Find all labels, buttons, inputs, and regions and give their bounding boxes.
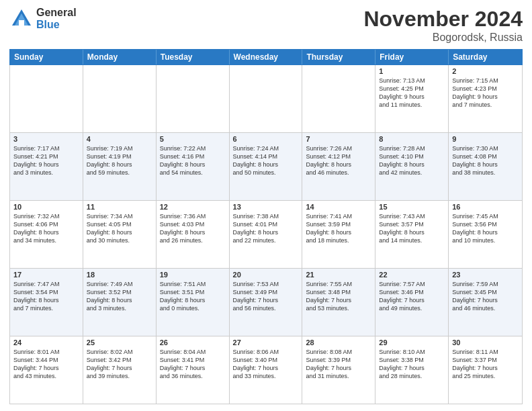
day-cell-4: 4Sunrise: 7:19 AM Sunset: 4:19 PM Daylig… xyxy=(83,133,157,200)
day-cell-20: 20Sunrise: 7:53 AM Sunset: 3:49 PM Dayli… xyxy=(230,269,303,336)
day-cell-6: 6Sunrise: 7:24 AM Sunset: 4:14 PM Daylig… xyxy=(230,133,303,200)
day-number-21: 21 xyxy=(306,271,371,279)
day-number-18: 18 xyxy=(87,271,152,279)
day-info-8: Sunrise: 7:28 AM Sunset: 4:10 PM Dayligh… xyxy=(379,144,445,177)
logo-icon xyxy=(9,7,34,31)
calendar-header: SundayMondayTuesdayWednesdayThursdayFrid… xyxy=(9,49,523,65)
day-number-30: 30 xyxy=(452,338,519,347)
day-cell-29: 29Sunrise: 8:10 AM Sunset: 3:38 PM Dayli… xyxy=(375,336,449,404)
calendar-row-0: 1Sunrise: 7:13 AM Sunset: 4:25 PM Daylig… xyxy=(10,65,522,133)
day-number-29: 29 xyxy=(379,338,445,347)
day-number-16: 16 xyxy=(452,203,519,211)
day-info-22: Sunrise: 7:57 AM Sunset: 3:46 PM Dayligh… xyxy=(379,280,445,313)
day-info-3: Sunrise: 7:17 AM Sunset: 4:21 PM Dayligh… xyxy=(13,144,79,177)
day-number-22: 22 xyxy=(379,271,445,279)
day-info-11: Sunrise: 7:34 AM Sunset: 4:05 PM Dayligh… xyxy=(87,212,152,245)
weekday-header-tuesday: Tuesday xyxy=(157,50,230,64)
calendar-body: 1Sunrise: 7:13 AM Sunset: 4:25 PM Daylig… xyxy=(9,65,523,404)
day-info-21: Sunrise: 7:55 AM Sunset: 3:48 PM Dayligh… xyxy=(306,280,371,313)
day-info-24: Sunrise: 8:01 AM Sunset: 3:44 PM Dayligh… xyxy=(13,348,79,381)
day-info-15: Sunrise: 7:43 AM Sunset: 3:57 PM Dayligh… xyxy=(379,212,445,245)
day-cell-30: 30Sunrise: 8:11 AM Sunset: 3:37 PM Dayli… xyxy=(449,336,522,404)
day-info-30: Sunrise: 8:11 AM Sunset: 3:37 PM Dayligh… xyxy=(452,348,519,381)
day-cell-22: 22Sunrise: 7:57 AM Sunset: 3:46 PM Dayli… xyxy=(375,269,449,336)
weekday-header-saturday: Saturday xyxy=(449,50,522,64)
day-cell-12: 12Sunrise: 7:36 AM Sunset: 4:03 PM Dayli… xyxy=(157,201,230,268)
day-cell-5: 5Sunrise: 7:22 AM Sunset: 4:16 PM Daylig… xyxy=(157,133,230,200)
day-cell-1: 1Sunrise: 7:13 AM Sunset: 4:25 PM Daylig… xyxy=(375,65,449,132)
day-number-20: 20 xyxy=(233,271,299,279)
day-cell-8: 8Sunrise: 7:28 AM Sunset: 4:10 PM Daylig… xyxy=(375,133,449,200)
title-month: November 2024 xyxy=(363,7,523,32)
day-info-6: Sunrise: 7:24 AM Sunset: 4:14 PM Dayligh… xyxy=(233,144,299,177)
calendar: SundayMondayTuesdayWednesdayThursdayFrid… xyxy=(9,49,523,404)
day-cell-10: 10Sunrise: 7:32 AM Sunset: 4:06 PM Dayli… xyxy=(10,201,83,268)
day-number-10: 10 xyxy=(13,203,79,211)
weekday-header-friday: Friday xyxy=(375,50,449,64)
logo-general-text: General xyxy=(36,7,77,19)
day-cell-28: 28Sunrise: 8:08 AM Sunset: 3:39 PM Dayli… xyxy=(302,336,375,404)
day-info-28: Sunrise: 8:08 AM Sunset: 3:39 PM Dayligh… xyxy=(306,348,371,381)
day-number-6: 6 xyxy=(233,135,299,143)
day-info-16: Sunrise: 7:45 AM Sunset: 3:56 PM Dayligh… xyxy=(452,212,519,245)
day-info-9: Sunrise: 7:30 AM Sunset: 4:08 PM Dayligh… xyxy=(452,144,519,177)
day-number-7: 7 xyxy=(306,135,371,143)
day-info-7: Sunrise: 7:26 AM Sunset: 4:12 PM Dayligh… xyxy=(306,144,371,177)
calendar-row-4: 24Sunrise: 8:01 AM Sunset: 3:44 PM Dayli… xyxy=(10,336,522,404)
day-info-1: Sunrise: 7:13 AM Sunset: 4:25 PM Dayligh… xyxy=(379,77,445,109)
logo-text: General Blue xyxy=(36,7,77,30)
day-cell-23: 23Sunrise: 7:59 AM Sunset: 3:45 PM Dayli… xyxy=(449,269,522,336)
day-cell-9: 9Sunrise: 7:30 AM Sunset: 4:08 PM Daylig… xyxy=(449,133,522,200)
weekday-header-sunday: Sunday xyxy=(10,50,83,64)
logo-blue-text: Blue xyxy=(36,19,77,31)
day-cell-16: 16Sunrise: 7:45 AM Sunset: 3:56 PM Dayli… xyxy=(449,201,522,268)
day-number-27: 27 xyxy=(233,338,299,347)
day-info-10: Sunrise: 7:32 AM Sunset: 4:06 PM Dayligh… xyxy=(13,212,79,245)
day-info-23: Sunrise: 7:59 AM Sunset: 3:45 PM Dayligh… xyxy=(452,280,519,313)
day-number-25: 25 xyxy=(87,338,152,347)
day-number-15: 15 xyxy=(379,203,445,211)
day-number-1: 1 xyxy=(379,67,445,75)
day-info-25: Sunrise: 8:02 AM Sunset: 3:42 PM Dayligh… xyxy=(87,348,152,381)
day-number-12: 12 xyxy=(160,203,226,211)
day-number-19: 19 xyxy=(160,271,226,279)
day-info-29: Sunrise: 8:10 AM Sunset: 3:38 PM Dayligh… xyxy=(379,348,445,381)
day-number-2: 2 xyxy=(452,67,519,75)
day-number-11: 11 xyxy=(87,203,152,211)
svg-rect-2 xyxy=(19,20,24,26)
day-number-14: 14 xyxy=(306,203,371,211)
weekday-header-wednesday: Wednesday xyxy=(230,50,303,64)
day-info-17: Sunrise: 7:47 AM Sunset: 3:54 PM Dayligh… xyxy=(13,280,79,313)
empty-cell xyxy=(83,65,157,132)
title-location: Bogorodsk, Russia xyxy=(363,32,523,44)
day-number-9: 9 xyxy=(452,135,519,143)
day-number-26: 26 xyxy=(160,338,226,347)
day-cell-25: 25Sunrise: 8:02 AM Sunset: 3:42 PM Dayli… xyxy=(83,336,157,404)
empty-cell xyxy=(302,65,375,132)
header: General Blue November 2024 Bogorodsk, Ru… xyxy=(9,7,523,44)
logo: General Blue xyxy=(9,7,77,31)
day-number-8: 8 xyxy=(379,135,445,143)
day-number-5: 5 xyxy=(160,135,226,143)
day-cell-3: 3Sunrise: 7:17 AM Sunset: 4:21 PM Daylig… xyxy=(10,133,83,200)
calendar-row-1: 3Sunrise: 7:17 AM Sunset: 4:21 PM Daylig… xyxy=(10,133,522,201)
title-block: November 2024 Bogorodsk, Russia xyxy=(363,7,523,44)
empty-cell xyxy=(157,65,230,132)
day-cell-11: 11Sunrise: 7:34 AM Sunset: 4:05 PM Dayli… xyxy=(83,201,157,268)
page: General Blue November 2024 Bogorodsk, Ru… xyxy=(0,0,532,411)
day-info-20: Sunrise: 7:53 AM Sunset: 3:49 PM Dayligh… xyxy=(233,280,299,313)
day-cell-24: 24Sunrise: 8:01 AM Sunset: 3:44 PM Dayli… xyxy=(10,336,83,404)
day-info-18: Sunrise: 7:49 AM Sunset: 3:52 PM Dayligh… xyxy=(87,280,152,313)
day-cell-18: 18Sunrise: 7:49 AM Sunset: 3:52 PM Dayli… xyxy=(83,269,157,336)
day-number-13: 13 xyxy=(233,203,299,211)
day-number-17: 17 xyxy=(13,271,79,279)
day-cell-27: 27Sunrise: 8:06 AM Sunset: 3:40 PM Dayli… xyxy=(230,336,303,404)
day-info-26: Sunrise: 8:04 AM Sunset: 3:41 PM Dayligh… xyxy=(160,348,226,381)
day-number-24: 24 xyxy=(13,338,79,347)
day-number-3: 3 xyxy=(13,135,79,143)
day-cell-17: 17Sunrise: 7:47 AM Sunset: 3:54 PM Dayli… xyxy=(10,269,83,336)
day-cell-19: 19Sunrise: 7:51 AM Sunset: 3:51 PM Dayli… xyxy=(157,269,230,336)
day-cell-21: 21Sunrise: 7:55 AM Sunset: 3:48 PM Dayli… xyxy=(302,269,375,336)
day-cell-14: 14Sunrise: 7:41 AM Sunset: 3:59 PM Dayli… xyxy=(302,201,375,268)
weekday-header-monday: Monday xyxy=(83,50,157,64)
